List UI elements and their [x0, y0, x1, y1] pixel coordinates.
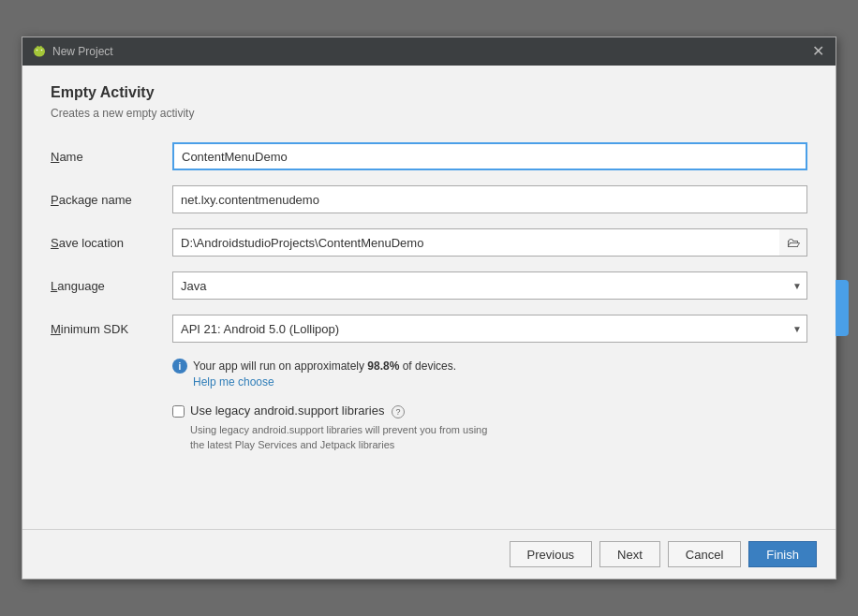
footer: Previous Next Cancel Finish [22, 529, 836, 579]
legacy-support-checkbox[interactable] [172, 405, 185, 418]
info-box: i Your app will run on approximately 98.… [172, 358, 807, 389]
checkbox-row: Use legacy android.support libraries ? U… [172, 403, 807, 453]
name-label: Name [51, 150, 172, 164]
info-text-before: Your app will run on approximately [193, 359, 367, 373]
save-location-input[interactable] [172, 228, 779, 257]
title-bar-left: New Project [32, 44, 113, 59]
cancel-button[interactable]: Cancel [668, 541, 741, 567]
previous-button[interactable]: Previous [510, 541, 593, 567]
next-button[interactable]: Next [599, 541, 660, 567]
finish-button[interactable]: Finish [748, 541, 817, 567]
min-sdk-label: Minimum SDK [51, 322, 172, 336]
language-label: Language [51, 279, 172, 293]
checkbox-help-icon[interactable]: ? [392, 405, 405, 418]
svg-point-3 [41, 50, 43, 51]
info-text: Your app will run on approximately 98.8%… [193, 358, 456, 375]
right-tab-decoration [836, 280, 849, 336]
title-bar: New Project ✕ [22, 37, 836, 66]
save-location-field: 🗁 [172, 228, 807, 257]
folder-icon: 🗁 [787, 235, 800, 250]
checkbox-description: Using legacy android.support libraries w… [190, 422, 487, 453]
svg-rect-6 [37, 52, 38, 56]
package-name-label: Package name [51, 193, 172, 207]
min-sdk-select-wrap: API 21: Android 5.0 (Lollipop) API 16: A… [172, 315, 807, 343]
svg-point-2 [37, 50, 38, 51]
package-name-row: Package name [51, 185, 807, 213]
min-sdk-select[interactable]: API 21: Android 5.0 (Lollipop) API 16: A… [172, 315, 807, 343]
name-row: Name [51, 142, 807, 170]
name-input[interactable] [172, 142, 807, 170]
section-subtitle: Creates a new empty activity [51, 107, 807, 120]
min-sdk-row: Minimum SDK API 21: Android 5.0 (Lollipo… [51, 315, 807, 343]
new-project-dialog: New Project ✕ Empty Activity Creates a n… [22, 37, 836, 579]
section-title: Empty Activity [51, 84, 807, 101]
info-highlight: 98.8% [367, 359, 399, 373]
language-select-wrap: Java Kotlin ▼ [172, 271, 807, 300]
language-select[interactable]: Java Kotlin [172, 271, 807, 300]
svg-rect-5 [43, 51, 45, 55]
save-location-label: Save location [51, 236, 172, 250]
package-name-input[interactable] [172, 185, 807, 213]
save-location-row: Save location 🗁 [51, 228, 807, 257]
dialog-body: Empty Activity Creates a new empty activ… [22, 66, 836, 529]
checkbox-label-wrap: Use legacy android.support libraries ? U… [190, 403, 487, 453]
svg-rect-4 [35, 51, 37, 55]
close-button[interactable]: ✕ [810, 44, 826, 59]
language-row: Language Java Kotlin ▼ [51, 271, 807, 300]
info-icon: i [172, 359, 187, 374]
svg-rect-7 [40, 52, 42, 56]
android-icon [32, 44, 47, 59]
info-content: Your app will run on approximately 98.8%… [193, 358, 456, 389]
browse-folder-button[interactable]: 🗁 [779, 228, 807, 257]
help-me-choose-link[interactable]: Help me choose [193, 375, 456, 389]
dialog-title: New Project [52, 45, 113, 58]
info-text-after: of devices. [399, 359, 456, 373]
checkbox-label: Use legacy android.support libraries [190, 403, 384, 418]
